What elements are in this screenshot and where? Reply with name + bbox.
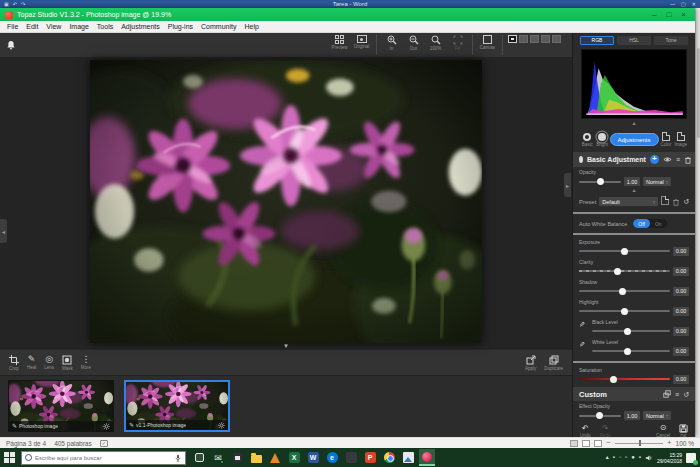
word-scrollbar[interactable]: [695, 8, 700, 437]
highlight-value[interactable]: 0.00: [673, 307, 689, 316]
right-panel-expander[interactable]: ▸: [564, 173, 571, 197]
spellcheck-icon[interactable]: [100, 440, 108, 447]
menu-plugins[interactable]: Plug-ins: [164, 21, 197, 33]
read-mode-icon[interactable]: [570, 440, 578, 447]
mail-icon[interactable]: ✉: [210, 449, 226, 466]
custom-reset-icon[interactable]: ↺: [683, 391, 689, 398]
black-level-slider[interactable]: [592, 330, 670, 332]
more-tools-button[interactable]: ⋮More: [81, 355, 91, 370]
word-icon[interactable]: W: [305, 449, 321, 466]
menu-view[interactable]: View: [42, 21, 65, 33]
tray-status-icon[interactable]: ▪: [639, 449, 641, 466]
zoom-out-minus[interactable]: −: [606, 440, 611, 446]
word-zoom-level[interactable]: 100 %: [676, 440, 694, 447]
add-adjustment-icon[interactable]: +: [650, 155, 659, 164]
word-maximize-button[interactable]: ▢: [681, 1, 686, 7]
tab-hsl[interactable]: HSL: [617, 36, 651, 45]
edited-photo[interactable]: [90, 60, 482, 343]
opacity-slider[interactable]: [579, 181, 621, 183]
search-input[interactable]: [35, 455, 171, 461]
tray-chevron-up-icon[interactable]: ▴: [606, 449, 609, 466]
microphone-icon[interactable]: [174, 454, 182, 462]
word-quick-access-toolbar[interactable]: ▣↶↷: [4, 1, 25, 7]
app-close-button[interactable]: ×: [681, 8, 686, 21]
view-detail-toggle[interactable]: [552, 35, 561, 43]
redo-icon[interactable]: ↷: [21, 1, 25, 7]
color-mode-button[interactable]: Color: [659, 132, 674, 147]
custom-stack-icon[interactable]: [663, 390, 671, 398]
word-word-count[interactable]: 405 palabras: [54, 440, 92, 447]
word-page-status[interactable]: Página 3 de 4: [6, 440, 46, 447]
custom-blend-mode-dropdown[interactable]: Normal↕: [643, 411, 671, 420]
tray-status-icon[interactable]: ◦: [619, 449, 621, 466]
redo-button[interactable]: ↷Redo: [600, 425, 611, 439]
zoom-100-button[interactable]: 100%: [426, 35, 445, 51]
clarity-value[interactable]: 0.00: [673, 267, 689, 276]
custom-menu-icon[interactable]: ≡: [675, 391, 679, 398]
menu-community[interactable]: Community: [197, 21, 240, 33]
image-canvas[interactable]: ▾: [0, 57, 572, 349]
dark-app-icon[interactable]: [343, 449, 359, 466]
saturation-slider[interactable]: [579, 378, 670, 380]
word-close-button[interactable]: ✕: [692, 1, 696, 7]
blend-mode-dropdown[interactable]: Normal↕: [643, 177, 671, 186]
action-center-icon[interactable]: [686, 453, 696, 463]
taskbar-search[interactable]: [21, 451, 186, 465]
lens-tool-button[interactable]: ◎Lens: [44, 355, 54, 370]
delete-adjustment-trash-icon[interactable]: [684, 156, 692, 164]
photos-icon[interactable]: [400, 449, 416, 466]
basic-mode-button[interactable]: Basic: [580, 133, 595, 147]
web-layout-icon[interactable]: [594, 440, 602, 447]
mask-tool-button[interactable]: Mask: [62, 355, 73, 371]
zoom-in-button[interactable]: In: [382, 35, 401, 51]
awb-off-toggle[interactable]: Off: [633, 219, 650, 228]
view-sidebyside-toggle[interactable]: [530, 35, 539, 43]
start-button[interactable]: [4, 452, 16, 464]
adjustments-button[interactable]: Adjustments: [610, 133, 659, 146]
delete-preset-trash-icon[interactable]: [672, 198, 680, 206]
saturation-value[interactable]: 0.00: [673, 375, 689, 384]
heal-tool-button[interactable]: ✎Heal: [27, 355, 36, 370]
awb-on-toggle[interactable]: On: [650, 219, 667, 228]
zoom-in-plus[interactable]: +: [667, 440, 672, 446]
tray-status-icon[interactable]: ●: [631, 449, 635, 466]
view-top-bottom-toggle[interactable]: [541, 35, 550, 43]
left-panel-expander[interactable]: ◂: [0, 219, 7, 243]
white-level-value[interactable]: 0.00: [673, 347, 689, 356]
bright-mode-button[interactable]: Bright: [595, 133, 610, 147]
view-split-toggle[interactable]: [519, 35, 528, 43]
canvas-button[interactable]: Canvas: [478, 35, 497, 50]
tray-status-icon[interactable]: ▪: [613, 449, 615, 466]
word-zoom-slider[interactable]: [615, 443, 663, 444]
notifications-bell-icon[interactable]: [6, 40, 16, 50]
thumbnail-gear-icon[interactable]: [218, 422, 225, 429]
white-level-slider[interactable]: [592, 350, 670, 352]
menu-image[interactable]: Image: [65, 21, 92, 33]
filmstrip-thumbnail-original[interactable]: ✎ Photoshop image: [8, 380, 114, 432]
clarity-slider[interactable]: [579, 270, 670, 272]
save-icon[interactable]: ▣: [4, 1, 9, 7]
preview-button[interactable]: Preview: [330, 35, 349, 50]
menu-help[interactable]: Help: [240, 21, 262, 33]
duplicate-button[interactable]: Duplicate: [544, 355, 563, 371]
tab-tone[interactable]: Tone: [654, 36, 688, 45]
shadow-slider[interactable]: [579, 290, 670, 292]
preset-dropdown[interactable]: Default↕: [599, 197, 658, 206]
vlc-icon[interactable]: [267, 449, 283, 466]
histogram-collapse-arrow[interactable]: ▴: [573, 119, 695, 127]
tab-rgb[interactable]: RGB: [580, 36, 614, 45]
app-minimize-button[interactable]: –: [652, 8, 656, 21]
highlight-slider[interactable]: [579, 310, 670, 312]
black-level-value[interactable]: 0.00: [673, 327, 689, 336]
original-button[interactable]: Original: [352, 35, 371, 49]
opacity-value[interactable]: 1.00: [624, 177, 640, 186]
crop-tool-button[interactable]: Crop: [9, 355, 19, 371]
zoom-out-button[interactable]: Out: [404, 35, 423, 51]
app-maximize-button[interactable]: □: [666, 8, 671, 21]
filmstrip-thumbnail-edited[interactable]: ✎ v1.1-Photoshop image: [124, 380, 230, 432]
menu-tools[interactable]: Tools: [93, 21, 117, 33]
shadow-value[interactable]: 0.00: [673, 287, 689, 296]
task-view-icon[interactable]: [191, 449, 207, 466]
topaz-studio-taskbar-icon[interactable]: [419, 449, 435, 466]
exposure-slider[interactable]: [579, 250, 670, 252]
